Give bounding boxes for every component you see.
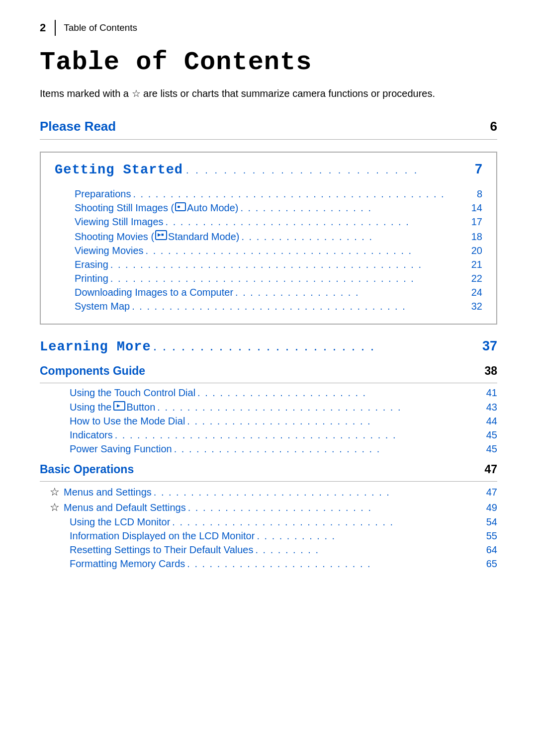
- entry-shooting-movies[interactable]: Shooting Movies ( ▶■ Standard Mode) . . …: [55, 230, 482, 243]
- star-icon-menus: ☆: [50, 486, 60, 499]
- learning-more-section: Learning More . . . . . . . . . . . . . …: [40, 338, 497, 570]
- basic-operations-section: Basic Operations 47 ☆ Menus and Settings…: [40, 463, 497, 570]
- entry-touch-control-dial[interactable]: Using the Touch Control Dial . . . . . .…: [40, 387, 497, 399]
- please-read-label[interactable]: Please Read: [40, 119, 116, 134]
- learning-more-page: 37: [482, 338, 497, 354]
- entry-printing[interactable]: Printing . . . . . . . . . . . . . . . .…: [55, 273, 482, 284]
- getting-started-page: 7: [475, 162, 482, 177]
- getting-started-section: Getting Started . . . . . . . . . . . . …: [40, 152, 497, 325]
- entry-mode-dial[interactable]: How to Use the Mode Dial . . . . . . . .…: [40, 416, 497, 427]
- entry-viewing-movies[interactable]: Viewing Movies . . . . . . . . . . . . .…: [55, 245, 482, 256]
- play-button-icon: ▶: [113, 401, 125, 411]
- movie-mode-icon: ▶■: [155, 230, 167, 240]
- entry-lcd-monitor[interactable]: Using the LCD Monitor . . . . . . . . . …: [40, 516, 497, 528]
- header-divider: [55, 20, 56, 36]
- camera-icon-inner: ●: [177, 204, 180, 209]
- page-number: 2: [40, 21, 46, 34]
- entry-menus-default-settings[interactable]: ☆ Menus and Default Settings . . . . . .…: [40, 501, 497, 514]
- please-read-section: Please Read 6: [40, 119, 497, 140]
- movie-icon-inner: ▶■: [158, 232, 164, 237]
- components-guide-divider: [40, 383, 497, 383]
- components-guide-page: 38: [484, 364, 497, 378]
- entry-preparations[interactable]: Preparations . . . . . . . . . . . . . .…: [55, 188, 482, 200]
- entry-power-saving[interactable]: Power Saving Function . . . . . . . . . …: [40, 443, 497, 455]
- star-icon-default: ☆: [50, 501, 60, 514]
- star-symbol: ☆: [132, 88, 141, 99]
- entry-resetting-settings[interactable]: Resetting Settings to Their Default Valu…: [40, 544, 497, 556]
- camera-auto-icon: ●: [175, 202, 186, 211]
- components-guide-label[interactable]: Components Guide: [40, 364, 145, 378]
- basic-operations-label[interactable]: Basic Operations: [40, 463, 134, 476]
- basic-operations-header: Basic Operations 47: [40, 463, 497, 476]
- entry-formatting-memory[interactable]: Formatting Memory Cards . . . . . . . . …: [40, 558, 497, 570]
- learning-more-header: Learning More . . . . . . . . . . . . . …: [40, 338, 497, 354]
- basic-operations-divider: [40, 481, 497, 482]
- toc-title: Table of Contents: [40, 48, 497, 77]
- learning-more-title[interactable]: Learning More: [40, 339, 151, 354]
- entry-shooting-still[interactable]: Shooting Still Images ( ● Auto Mode) . .…: [55, 202, 482, 214]
- entry-system-map[interactable]: System Map . . . . . . . . . . . . . . .…: [55, 301, 482, 312]
- toc-intro: Items marked with a ☆ are lists or chart…: [40, 86, 497, 101]
- entry-lcd-info[interactable]: Information Displayed on the LCD Monitor…: [40, 530, 497, 542]
- page: 2 Table of Contents Table of Contents It…: [0, 0, 537, 756]
- please-read-page: 6: [490, 119, 497, 134]
- basic-operations-page: 47: [484, 463, 497, 476]
- entry-erasing[interactable]: Erasing . . . . . . . . . . . . . . . . …: [55, 259, 482, 270]
- entry-play-button[interactable]: Using the ▶ Button . . . . . . . . . . .…: [40, 401, 497, 413]
- components-guide-header: Components Guide 38: [40, 364, 497, 378]
- getting-started-title[interactable]: Getting Started: [55, 163, 183, 177]
- getting-started-dots: . . . . . . . . . . . . . . . . . . . . …: [186, 165, 472, 176]
- entry-menus-settings[interactable]: ☆ Menus and Settings . . . . . . . . . .…: [40, 486, 497, 499]
- entry-downloading-images[interactable]: Downloading Images to a Computer . . . .…: [55, 287, 482, 298]
- header-label: Table of Contents: [64, 22, 137, 33]
- page-header: 2 Table of Contents: [40, 20, 497, 36]
- entry-indicators[interactable]: Indicators . . . . . . . . . . . . . . .…: [40, 429, 497, 441]
- learning-more-dots: . . . . . . . . . . . . . . . . . . . . …: [153, 338, 480, 354]
- components-guide-section: Components Guide 38 Using the Touch Cont…: [40, 364, 497, 455]
- entry-viewing-still[interactable]: Viewing Still Images . . . . . . . . . .…: [55, 216, 482, 228]
